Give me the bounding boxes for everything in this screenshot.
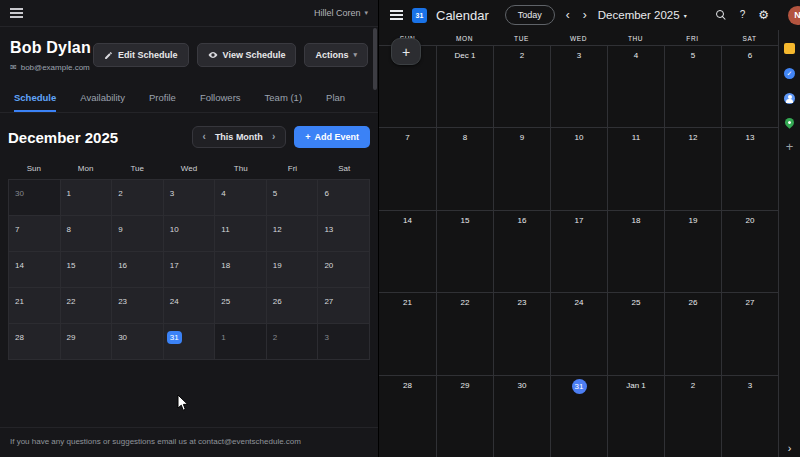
gcal-day-cell[interactable]: 21	[379, 292, 436, 374]
tab-availability[interactable]: Availability	[80, 86, 125, 112]
scrollbar[interactable]	[373, 28, 377, 90]
tab-followers[interactable]: Followers	[200, 86, 241, 112]
left-calendar-day-cell[interactable]: 31	[164, 324, 216, 360]
contacts-icon[interactable]	[784, 93, 795, 104]
current-month-selector[interactable]: December 2025 ▾	[598, 9, 687, 21]
search-icon[interactable]	[716, 10, 727, 21]
left-calendar-day-cell[interactable]: 2	[112, 180, 164, 216]
gcal-day-cell[interactable]: 3	[550, 45, 607, 127]
maps-icon[interactable]	[783, 116, 796, 129]
gcal-day-cell[interactable]: 27	[721, 292, 778, 374]
tab-schedule[interactable]: Schedule	[14, 86, 56, 112]
next-period-icon[interactable]: ›	[581, 9, 589, 21]
user-menu[interactable]: Hillel Coren ▾	[314, 8, 368, 18]
gcal-day-cell[interactable]: 22	[436, 292, 493, 374]
gcal-day-cell[interactable]: 9	[493, 127, 550, 209]
left-calendar-day-cell[interactable]: 1	[215, 324, 267, 360]
edit-schedule-button[interactable]: Edit Schedule	[93, 43, 189, 67]
left-calendar-day-cell[interactable]: 27	[318, 288, 370, 324]
keep-icon[interactable]	[784, 43, 795, 54]
prev-period-icon[interactable]: ‹	[564, 9, 572, 21]
view-schedule-button[interactable]: View Schedule	[197, 43, 297, 67]
prev-month-icon[interactable]: ‹	[203, 132, 206, 142]
tab-plan[interactable]: Plan	[326, 86, 345, 112]
gcal-day-cell[interactable]: 19	[664, 210, 721, 292]
left-calendar-day-cell[interactable]: 30	[112, 324, 164, 360]
left-calendar-day-cell[interactable]: 19	[267, 252, 319, 288]
gcal-day-cell[interactable]: 29	[436, 375, 493, 457]
create-event-button[interactable]: +	[391, 38, 421, 65]
gcal-day-cell[interactable]: 23	[493, 292, 550, 374]
left-calendar-day-cell[interactable]: 2	[267, 324, 319, 360]
tab-team-1[interactable]: Team (1)	[265, 86, 302, 112]
this-month-button[interactable]: This Month	[215, 132, 263, 142]
left-calendar-day-cell[interactable]: 11	[215, 216, 267, 252]
left-calendar-day-cell[interactable]: 20	[318, 252, 370, 288]
left-calendar-day-cell[interactable]: 26	[267, 288, 319, 324]
gcal-day-cell[interactable]: Jan 1	[607, 375, 664, 457]
left-calendar-day-cell[interactable]: 13	[318, 216, 370, 252]
gcal-day-cell[interactable]: 2	[493, 45, 550, 127]
left-calendar-day-cell[interactable]: 14	[9, 252, 61, 288]
left-calendar-day-cell[interactable]: 6	[318, 180, 370, 216]
gcal-day-cell[interactable]: 28	[379, 375, 436, 457]
get-addons-icon[interactable]: +	[784, 141, 795, 152]
left-calendar-day-cell[interactable]: 7	[9, 216, 61, 252]
left-calendar-day-cell[interactable]: 15	[61, 252, 113, 288]
left-calendar-day-cell[interactable]: 12	[267, 216, 319, 252]
gcal-day-cell[interactable]: 7	[379, 127, 436, 209]
gcal-day-cell[interactable]: 25	[607, 292, 664, 374]
gcal-day-cell[interactable]: 26	[664, 292, 721, 374]
left-calendar-day-cell[interactable]: 3	[318, 324, 370, 360]
left-calendar-day-cell[interactable]: 17	[164, 252, 216, 288]
gcal-day-cell[interactable]: 6	[721, 45, 778, 127]
tab-profile[interactable]: Profile	[149, 86, 176, 112]
expand-panel-icon[interactable]: ›	[779, 442, 800, 454]
gcal-day-cell[interactable]: 16	[493, 210, 550, 292]
gcal-day-cell[interactable]: 13	[721, 127, 778, 209]
gcal-day-cell[interactable]: 30	[493, 375, 550, 457]
gcal-day-cell[interactable]: 3	[721, 375, 778, 457]
today-button[interactable]: Today	[505, 5, 555, 25]
gcal-day-cell[interactable]: 31	[550, 375, 607, 457]
gcal-day-cell[interactable]: 2	[664, 375, 721, 457]
gcal-day-cell[interactable]: 14	[379, 210, 436, 292]
left-calendar-day-cell[interactable]: 4	[215, 180, 267, 216]
left-calendar-day-cell[interactable]: 8	[61, 216, 113, 252]
left-calendar-day-cell[interactable]: 3	[164, 180, 216, 216]
left-calendar-day-cell[interactable]: 28	[9, 324, 61, 360]
next-month-icon[interactable]: ›	[272, 132, 275, 142]
left-calendar-day-cell[interactable]: 10	[164, 216, 216, 252]
gcal-day-cell[interactable]: 20	[721, 210, 778, 292]
left-calendar-day-cell[interactable]: 1	[61, 180, 113, 216]
gcal-day-cell[interactable]: 5	[664, 45, 721, 127]
gcal-day-cell[interactable]: 15	[436, 210, 493, 292]
gcal-day-cell[interactable]: 10	[550, 127, 607, 209]
left-calendar-day-cell[interactable]: 16	[112, 252, 164, 288]
gcal-day-cell[interactable]: Dec 1	[436, 45, 493, 127]
main-menu-icon[interactable]	[390, 14, 403, 16]
avatar[interactable]: N	[788, 6, 800, 25]
left-calendar-day-cell[interactable]: 5	[267, 180, 319, 216]
left-calendar-day-cell[interactable]: 22	[61, 288, 113, 324]
left-calendar-day-cell[interactable]: 24	[164, 288, 216, 324]
tasks-icon[interactable]: ✓	[784, 68, 795, 79]
gcal-day-cell[interactable]: 12	[664, 127, 721, 209]
settings-icon[interactable]: ⚙	[758, 9, 769, 21]
left-calendar-day-cell[interactable]: 25	[215, 288, 267, 324]
menu-icon[interactable]	[10, 12, 23, 14]
left-calendar-day-cell[interactable]: 23	[112, 288, 164, 324]
gcal-day-cell[interactable]: 24	[550, 292, 607, 374]
left-calendar-day-cell[interactable]: 21	[9, 288, 61, 324]
gcal-day-cell[interactable]: 4	[607, 45, 664, 127]
gcal-day-cell[interactable]: 11	[607, 127, 664, 209]
gcal-day-cell[interactable]: 17	[550, 210, 607, 292]
left-calendar-day-cell[interactable]: 18	[215, 252, 267, 288]
add-event-button[interactable]: + Add Event	[294, 126, 370, 148]
left-calendar-day-cell[interactable]: 30	[9, 180, 61, 216]
actions-button[interactable]: Actions ▾	[304, 43, 368, 67]
help-icon[interactable]: ?	[740, 10, 746, 20]
gcal-day-cell[interactable]: 18	[607, 210, 664, 292]
left-calendar-day-cell[interactable]: 29	[61, 324, 113, 360]
gcal-day-cell[interactable]: 8	[436, 127, 493, 209]
